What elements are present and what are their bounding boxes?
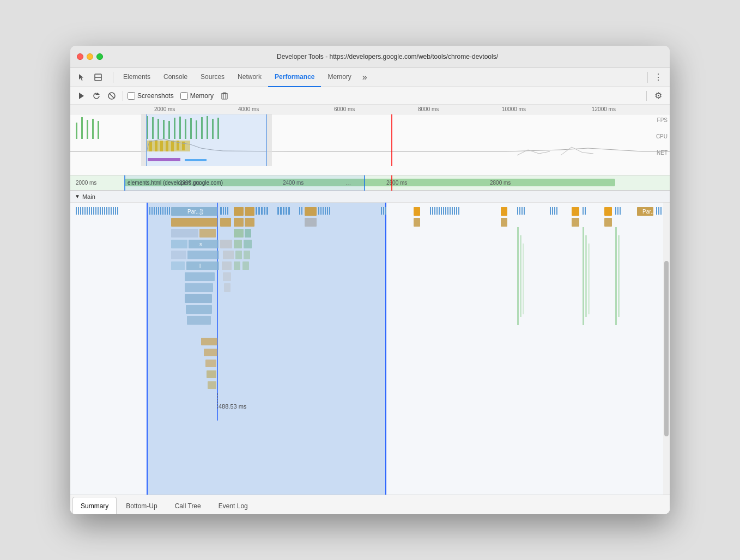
timeline-strip: elements.html (developers.google.com) 20… <box>70 175 670 191</box>
svg-rect-144 <box>583 207 584 215</box>
svg-rect-134 <box>501 207 507 216</box>
svg-rect-15 <box>98 121 99 139</box>
screenshots-checkbox-label[interactable]: Screenshots <box>128 92 174 100</box>
svg-rect-148 <box>617 207 618 215</box>
tab-call-tree[interactable]: Call Tree <box>167 497 209 514</box>
svg-rect-192 <box>517 227 519 325</box>
svg-rect-174 <box>171 251 186 259</box>
tab-network[interactable]: Network <box>231 68 268 87</box>
svg-rect-81 <box>154 207 155 215</box>
svg-rect-121 <box>432 207 433 215</box>
svg-rect-84 <box>160 207 161 215</box>
svg-rect-94 <box>227 207 228 215</box>
svg-rect-172 <box>234 240 242 248</box>
tab-bar: Elements Console Sources Network Perform… <box>70 68 670 87</box>
svg-rect-62 <box>82 207 83 215</box>
cursor-icon[interactable] <box>75 70 89 84</box>
vertical-scrollbar[interactable] <box>663 203 670 495</box>
flame-chart-area[interactable]: Par...]) <box>70 203 670 495</box>
svg-rect-123 <box>436 207 438 215</box>
divider2 <box>646 91 647 101</box>
svg-rect-116 <box>381 207 382 215</box>
memory-checkbox[interactable] <box>180 92 188 100</box>
svg-rect-77 <box>115 207 116 215</box>
reload-button[interactable] <box>90 89 103 102</box>
trash-button[interactable] <box>218 89 231 102</box>
svg-rect-158 <box>245 218 254 227</box>
close-button[interactable] <box>77 53 83 60</box>
svg-rect-136 <box>519 207 520 215</box>
svg-rect-190 <box>186 305 212 314</box>
svg-rect-91 <box>220 207 222 215</box>
settings-button[interactable]: ⚙ <box>651 89 665 103</box>
svg-rect-85 <box>162 207 163 215</box>
section-label: Main <box>82 193 95 200</box>
ruler-mark-8000: 8000 ms <box>418 106 439 112</box>
tab-bottom-up[interactable]: Bottom-Up <box>118 497 165 514</box>
clear-button[interactable] <box>105 89 118 102</box>
svg-rect-98 <box>258 207 260 215</box>
svg-rect-137 <box>521 207 523 215</box>
collapse-arrow[interactable]: ▼ <box>75 193 80 199</box>
svg-rect-142 <box>556 207 557 215</box>
svg-rect-75 <box>111 207 112 215</box>
tab-event-log[interactable]: Event Log <box>210 497 256 514</box>
svg-rect-119 <box>414 207 420 216</box>
screenshots-checkbox[interactable] <box>128 92 135 100</box>
tab-summary[interactable]: Summary <box>72 497 117 514</box>
svg-rect-175 <box>187 251 219 259</box>
tab-sources[interactable]: Sources <box>194 68 231 87</box>
svg-rect-102 <box>277 207 279 215</box>
tab-icons <box>75 70 105 84</box>
svg-rect-167 <box>245 229 251 238</box>
ruler-mark-4000: 4000 ms <box>238 106 259 112</box>
svg-rect-138 <box>524 207 525 215</box>
svg-text:2000 ms: 2000 ms <box>76 180 96 186</box>
svg-text:Par...]): Par...]) <box>187 209 203 215</box>
flame-chart-svg: Par...]) <box>70 203 670 495</box>
svg-rect-67 <box>93 207 94 215</box>
svg-rect-61 <box>80 207 81 215</box>
memory-checkbox-label[interactable]: Memory <box>180 92 214 100</box>
tab-memory[interactable]: Memory <box>321 68 357 87</box>
svg-rect-76 <box>113 207 114 215</box>
svg-rect-155 <box>171 218 217 227</box>
tab-elements[interactable]: Elements <box>117 68 157 87</box>
svg-rect-122 <box>434 207 435 215</box>
svg-rect-108 <box>301 207 302 215</box>
svg-rect-132 <box>456 207 457 215</box>
toolbar: Screenshots Memory ⚙ <box>70 87 670 105</box>
svg-text:2800 ms: 2800 ms <box>490 180 511 186</box>
svg-rect-124 <box>439 207 440 215</box>
svg-rect-127 <box>445 207 446 215</box>
svg-text:2600 ms: 2600 ms <box>386 180 407 186</box>
svg-rect-184 <box>242 261 249 270</box>
timeline-strip-svg: elements.html (developers.google.com) 20… <box>70 175 670 191</box>
svg-rect-146 <box>604 207 612 216</box>
svg-rect-130 <box>452 207 453 215</box>
svg-rect-154 <box>660 207 662 215</box>
svg-rect-129 <box>450 207 451 215</box>
svg-rect-59 <box>76 207 77 215</box>
svg-rect-200 <box>201 338 217 345</box>
tab-console[interactable]: Console <box>157 68 194 87</box>
tab-performance[interactable]: Performance <box>268 68 321 87</box>
svg-rect-177 <box>235 251 242 259</box>
more-tabs-button[interactable]: » <box>358 72 372 82</box>
dock-icon[interactable] <box>91 70 105 84</box>
svg-rect-201 <box>204 349 217 356</box>
svg-rect-66 <box>91 207 92 215</box>
scrollbar-thumb[interactable] <box>664 261 669 436</box>
svg-rect-141 <box>554 207 555 215</box>
svg-rect-193 <box>520 235 521 317</box>
svg-rect-196 <box>585 235 587 317</box>
svg-rect-131 <box>454 207 455 215</box>
svg-rect-152 <box>656 207 657 215</box>
record-button[interactable] <box>75 89 88 102</box>
svg-rect-189 <box>185 294 212 303</box>
minimize-button[interactable] <box>87 53 93 60</box>
more-options-button[interactable]: ⋮ <box>651 70 665 84</box>
maximize-button[interactable] <box>96 53 103 60</box>
svg-rect-145 <box>585 207 586 215</box>
svg-text:l: l <box>199 263 201 269</box>
